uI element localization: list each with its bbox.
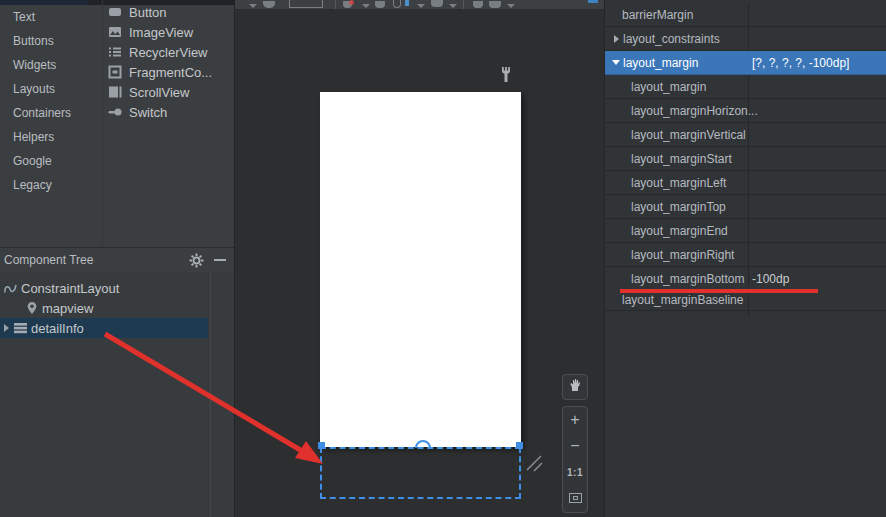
palette-category-layouts[interactable]: Layouts: [0, 77, 102, 101]
attribute-value[interactable]: -100dp: [752, 272, 789, 286]
chevron-right-icon[interactable]: [610, 35, 622, 43]
location-pin-icon: [25, 301, 39, 315]
palette-category-containers[interactable]: Containers: [0, 101, 102, 125]
attribute-name: layout_margin: [623, 56, 698, 70]
tree-item-detailinfo[interactable]: detailInfo: [0, 318, 208, 338]
attribute-row-margin-bottom[interactable]: layout_marginBottom -100dp: [605, 267, 886, 290]
chevron-down-icon[interactable]: [610, 60, 622, 65]
dropdown-caret-icon[interactable]: [507, 4, 515, 8]
palette-item-label: FragmentCo...: [129, 65, 212, 80]
palette-item-label: Switch: [129, 105, 167, 120]
attribute-name: layout_marginStart: [631, 152, 732, 166]
palette-item-label: ImageView: [129, 25, 193, 40]
zoom-controls: + − 1:1: [562, 406, 588, 513]
chevron-right-icon[interactable]: [4, 324, 9, 332]
palette-category-widgets[interactable]: Widgets: [0, 53, 102, 77]
tree-item-label: ConstraintLayout: [21, 281, 119, 296]
tree-item-label: mapview: [42, 301, 93, 316]
attribute-row-margin-right[interactable]: layout_marginRight: [605, 243, 886, 267]
attribute-name: layout_marginHorizon...: [631, 104, 758, 118]
palette-item-scrollview[interactable]: ScrollView: [103, 82, 234, 102]
zoom-in-button[interactable]: +: [562, 407, 588, 433]
attribute-row-margin-horizontal[interactable]: layout_marginHorizon...: [605, 99, 886, 123]
scrollview-icon: [108, 85, 122, 99]
attribute-name: layout_marginVertical: [631, 128, 746, 142]
magnifier-icon[interactable]: [393, 0, 401, 8]
pan-button[interactable]: [562, 374, 588, 400]
palette-item-fragmentcontainer[interactable]: FragmentCo...: [103, 62, 234, 82]
zoom-reset-button[interactable]: 1:1: [562, 459, 588, 485]
selected-view-bounds[interactable]: [320, 447, 521, 499]
system-ui-icon[interactable]: [431, 0, 443, 7]
locale-icon[interactable]: [405, 0, 409, 6]
palette-item-label: ScrollView: [129, 85, 189, 100]
zoom-to-fit-button[interactable]: [562, 485, 588, 511]
minimize-icon[interactable]: [211, 251, 229, 269]
palette-item-switch[interactable]: Switch: [103, 102, 234, 122]
attribute-row-margin-left[interactable]: layout_marginLeft: [605, 171, 886, 195]
attribute-row-layout-margin-all[interactable]: layout_margin: [605, 75, 886, 99]
attribute-row-margin-end[interactable]: layout_marginEnd: [605, 219, 886, 243]
palette-item-button[interactable]: Button: [103, 2, 234, 22]
design-surface-screen[interactable]: [320, 92, 521, 447]
dropdown-caret-icon[interactable]: [417, 4, 425, 8]
palette-panel: Text Buttons Widgets Layouts Containers …: [0, 0, 235, 517]
attribute-row-margin-baseline[interactable]: layout_marginBaseline: [605, 290, 886, 311]
dropdown-caret-icon[interactable]: [249, 4, 257, 8]
attribute-row-layout-margin[interactable]: layout_margin [?, ?, ?, ?, -100dp]: [605, 51, 886, 75]
attribute-row-margin-start[interactable]: layout_marginStart: [605, 147, 886, 171]
palette-item-recyclerview[interactable]: RecyclerView: [103, 42, 234, 62]
constraint-layout-icon: [2, 282, 19, 295]
palette-category-text[interactable]: Text: [0, 5, 102, 29]
attribute-row-margin-vertical[interactable]: layout_marginVertical: [605, 123, 886, 147]
attribute-name: layout_margin: [631, 80, 706, 94]
imageview-icon: [108, 25, 122, 39]
dropdown-caret-icon[interactable]: [449, 4, 457, 8]
panel-divider: [234, 0, 235, 517]
palette-item-label: Button: [129, 5, 167, 20]
attribute-row-layout-constraints[interactable]: layout_constraints: [605, 27, 886, 51]
attribute-name: barrierMargin: [622, 8, 693, 22]
fit-screen-icon: [569, 493, 582, 503]
palette-item-imageview[interactable]: ImageView: [103, 22, 234, 42]
tree-item-mapview[interactable]: mapview: [0, 298, 93, 318]
switch-icon: [108, 105, 122, 119]
api-level-icon[interactable]: [375, 1, 385, 8]
palette-category-legacy[interactable]: Legacy: [0, 173, 102, 197]
design-toolbar-clipped: [235, 0, 605, 10]
zoom-out-button[interactable]: −: [562, 433, 588, 459]
wrench-icon[interactable]: [500, 66, 512, 88]
palette-category-google[interactable]: Google: [0, 149, 102, 173]
selection-handle-top-left[interactable]: [318, 442, 325, 449]
attribute-name: layout_marginTop: [631, 200, 726, 214]
attribute-name: layout_constraints: [623, 32, 720, 46]
selection-handle-top-right[interactable]: [516, 442, 523, 449]
tree-item-constraintlayout[interactable]: ConstraintLayout: [0, 278, 119, 298]
component-tree-header: Component Tree: [0, 248, 235, 272]
toolbar-icon[interactable]: [489, 1, 501, 8]
device-selector-icon[interactable]: [289, 0, 323, 8]
attributes-panel-icon[interactable]: [588, 0, 598, 3]
attribute-name: layout_marginRight: [631, 248, 734, 262]
button-icon: [108, 5, 122, 19]
palette-item-label: RecyclerView: [129, 45, 208, 60]
gear-icon[interactable]: [187, 251, 205, 269]
attribute-row-margin-top[interactable]: layout_marginTop: [605, 195, 886, 219]
android-studio-layout-editor: Text Buttons Widgets Layouts Containers …: [0, 0, 886, 517]
palette-category-helpers[interactable]: Helpers: [0, 125, 102, 149]
attribute-name: layout_marginBaseline: [622, 293, 743, 307]
palette-category-buttons[interactable]: Buttons: [0, 29, 102, 53]
tree-item-label: detailInfo: [31, 321, 84, 336]
fragment-container-icon: [108, 65, 122, 79]
attributes-panel: barrierMargin layout_constraints layout_…: [605, 0, 886, 517]
orientation-icon[interactable]: [263, 1, 275, 8]
attribute-row-barriermargin[interactable]: barrierMargin: [605, 3, 886, 27]
toolbar-separator: [463, 0, 464, 9]
toolbar-separator: [335, 0, 336, 9]
tree-scrollbar-track[interactable]: [210, 272, 211, 517]
attribute-value[interactable]: [?, ?, ?, ?, -100dp]: [752, 56, 849, 70]
toolbar-icon[interactable]: [473, 1, 483, 8]
dropdown-caret-icon[interactable]: [362, 4, 370, 8]
error-badge-icon: [349, 0, 354, 5]
attribute-name: layout_marginBottom: [631, 272, 744, 286]
